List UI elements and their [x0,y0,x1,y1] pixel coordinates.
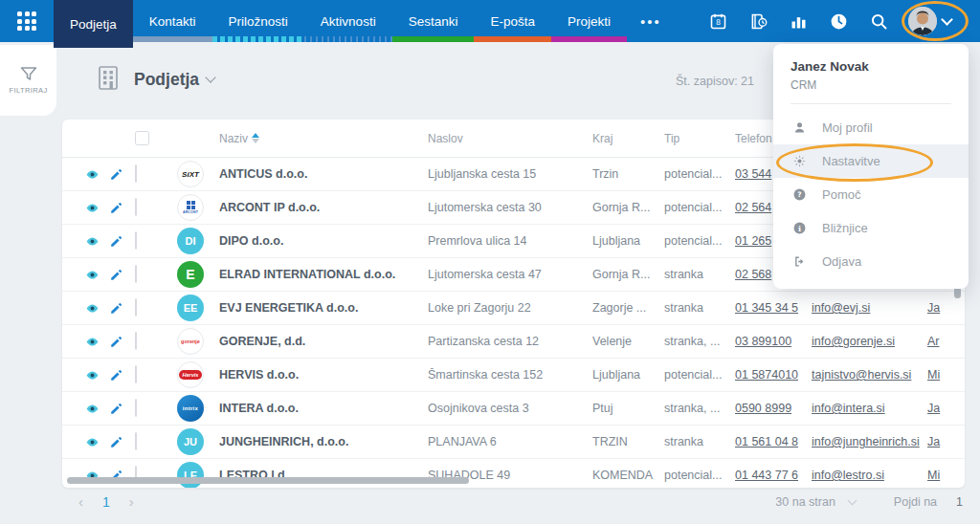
view-icon[interactable] [85,268,100,282]
menu-item-nastavitve[interactable]: Nastavitve [773,144,969,178]
menu-item-mojprofil[interactable]: Moj profil [773,111,969,144]
edit-icon[interactable] [109,368,123,382]
row-checkbox[interactable] [135,198,137,216]
company-email-link[interactable]: tajnistvo@hervis.si [812,368,911,382]
company-contact-link[interactable]: Ja [927,435,940,448]
chevron-down-icon [941,13,953,26]
company-city: Ljubljana [592,368,664,382]
company-phone-link[interactable]: 01 443 77 6 [735,469,798,482]
svg-text:?: ? [797,190,801,199]
more-tabs-button[interactable]: ••• [627,0,675,42]
row-checkbox[interactable] [135,164,137,183]
user-avatar-button[interactable] [908,7,951,35]
next-page-button[interactable]: › [129,493,134,510]
tab-underline [133,36,212,42]
company-contact: Mi [927,469,965,482]
company-phone-link[interactable]: 03 899100 [735,335,791,348]
app-grid-icon[interactable] [0,0,54,42]
company-phone-link[interactable]: 02 568 [735,268,771,281]
column-header-naziv[interactable]: Naziv [219,132,428,145]
row-actions [62,368,131,382]
nav-tab-projekti[interactable]: Projekti [551,0,627,42]
edit-icon[interactable] [109,402,123,416]
per-page-select[interactable]: 30 na stran [775,495,856,509]
company-contact-link[interactable]: Mi [927,368,940,382]
logout-icon [792,254,807,269]
company-contact-link[interactable]: Ar [927,335,940,348]
nav-tab-kontakti[interactable]: Kontakti [133,0,212,42]
filter-panel-toggle[interactable]: FILTRIRAJ [0,45,56,116]
gear-icon [792,154,807,168]
view-icon[interactable] [85,435,100,449]
company-logo: gorenje [177,328,204,355]
menu-item-pomo[interactable]: ?Pomoč [773,178,969,211]
company-email-link[interactable]: info@lestro.si [812,469,884,482]
company-email-link[interactable]: info@jungheinrich.si [812,435,920,448]
view-icon[interactable] [85,167,100,182]
clock-icon[interactable] [828,11,849,32]
row-checkbox[interactable] [135,432,137,450]
nav-tab-podjetja[interactable]: Podjetja [54,0,133,48]
search-icon[interactable] [868,11,889,32]
company-phone-link[interactable]: 03 544 [735,167,771,181]
row-checkbox[interactable] [135,365,137,383]
row-checkbox[interactable] [135,399,137,417]
view-icon[interactable] [85,301,100,316]
view-icon[interactable] [85,368,100,382]
company-logo: Hervis [177,361,204,388]
company-phone-link[interactable]: 01 5874010 [735,368,798,382]
nav-tab-epota[interactable]: E-pošta [474,0,551,42]
menu-item-blinjice[interactable]: iBližnjice [773,211,969,245]
horizontal-scrollbar[interactable] [67,477,469,484]
company-contact-link[interactable]: Ja [927,301,940,315]
goto-page-input[interactable]: 1 [956,495,963,509]
row-checkbox[interactable] [135,265,137,283]
view-icon[interactable] [85,201,100,215]
company-email-link[interactable]: info@gorenje.si [812,335,895,348]
company-phone-link[interactable]: 01 561 04 8 [735,435,798,448]
calendar-day-icon[interactable]: 8 [707,11,728,32]
page-title-dropdown[interactable]: Podjetja [134,70,214,90]
company-email-link[interactable]: info@intera.si [812,402,885,415]
prev-page-button[interactable]: ‹ [78,493,83,510]
edit-icon[interactable] [109,335,123,349]
edit-icon[interactable] [109,435,123,449]
column-label: Tip [664,132,679,145]
company-address: Premrlova ulica 14 [428,234,592,248]
menu-item-odjava[interactable]: Odjava [773,245,969,278]
company-phone-link[interactable]: 0590 8999 [735,402,791,415]
company-contact-link[interactable]: Mi [927,469,940,482]
row-actions [62,234,131,249]
edit-icon[interactable] [109,234,123,249]
company-email-link[interactable]: info@evj.si [812,301,870,315]
company-phone-link[interactable]: 01 265 [735,234,771,248]
view-icon[interactable] [85,402,100,416]
nav-tab-sestanki[interactable]: Sestanki [392,0,475,42]
bar-chart-icon[interactable] [788,11,809,32]
view-icon[interactable] [85,234,100,249]
column-header-naslov[interactable]: Naslov [428,132,592,145]
view-icon[interactable] [85,335,100,349]
column-header-kraj[interactable]: Kraj [592,132,664,145]
sort-icon[interactable] [252,133,259,143]
company-phone-link[interactable]: 02 564 [735,201,771,214]
row-checkbox[interactable] [135,231,137,250]
company-contact-link[interactable]: Ja [927,402,940,415]
nav-tab-aktivnosti[interactable]: Aktivnosti [304,0,392,42]
nav-tab-prilonosti[interactable]: Priložnosti [212,0,304,42]
row-checkbox[interactable] [135,332,137,350]
row-checkbox[interactable] [135,298,137,317]
planner-book-icon[interactable] [747,11,768,32]
page-number[interactable]: 1 [102,494,110,510]
select-all-checkbox[interactable] [135,131,149,145]
company-address: PLANJAVA 6 [428,435,592,448]
question-icon: ? [792,187,807,202]
edit-icon[interactable] [109,268,123,282]
company-type: stranka, ... [664,402,735,415]
column-header-tip[interactable]: Tip [664,132,735,145]
company-phone-link[interactable]: 01 345 34 5 [735,301,798,315]
edit-icon[interactable] [109,167,123,182]
edit-icon[interactable] [109,301,123,316]
edit-icon[interactable] [109,201,123,215]
company-phone: 01 443 77 6 [735,469,812,482]
